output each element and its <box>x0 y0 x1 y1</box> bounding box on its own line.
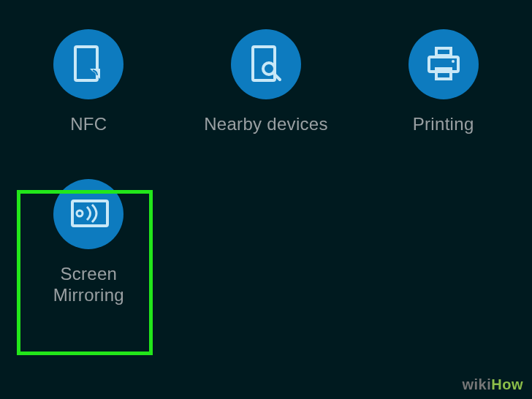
tile-label: Screen Mirroring <box>53 264 124 306</box>
tile-nearby-devices[interactable]: Nearby devices <box>178 29 355 135</box>
svg-point-8 <box>452 60 455 63</box>
watermark-wiki: wiki <box>462 376 491 392</box>
watermark-how: How <box>491 376 523 392</box>
tile-screen-mirroring[interactable]: Screen Mirroring <box>0 179 178 306</box>
settings-tile-grid: NFC Nearby devices Printing <box>0 0 532 305</box>
tile-label: Printing <box>413 114 474 135</box>
svg-rect-0 <box>75 47 97 80</box>
svg-point-10 <box>77 210 83 216</box>
nfc-icon <box>53 29 123 99</box>
nearby-devices-icon <box>231 29 301 99</box>
tile-label: Nearby devices <box>204 114 328 135</box>
tile-printing[interactable]: Printing <box>354 29 532 135</box>
svg-rect-5 <box>436 48 451 56</box>
wikihow-watermark: wikiHow <box>462 376 523 393</box>
tile-label: NFC <box>70 114 107 135</box>
tile-nfc[interactable]: NFC <box>0 29 178 135</box>
screen-mirroring-icon <box>53 179 123 249</box>
printing-icon <box>408 29 479 99</box>
